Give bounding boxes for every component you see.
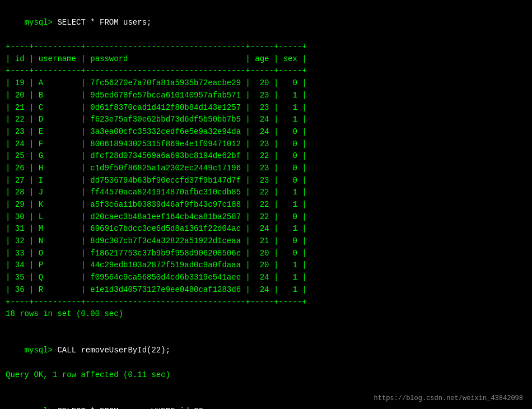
query2-line: mysql> CALL removeUserById(22); bbox=[6, 333, 526, 369]
query2-text: CALL removeUserById(22); bbox=[57, 346, 170, 355]
table-row: | 29 | K | a5f3c6a11b03839d46af9fb43c97c… bbox=[6, 199, 526, 211]
separator-bot: +----+----------+-----------------------… bbox=[6, 296, 526, 309]
table-row: | 34 | P | 44c29edb103a2872f519ad0c9a0fd… bbox=[6, 259, 526, 272]
table-row: | 35 | Q | f09564c9ca56850d4cd6b3319e541… bbox=[6, 272, 526, 284]
table-row: | 19 | A | 7fc56270e7a70fa81a5935b72eacb… bbox=[6, 77, 526, 90]
query2-result: Query OK, 1 row affected (0.11 sec) bbox=[6, 369, 526, 382]
table-row: | 31 | M | 69691c7bdcc3ce6d5d8a1361f22d0… bbox=[6, 223, 526, 235]
table-row: | 36 | R | e1e1d3d40573127e9ee0480caf128… bbox=[6, 284, 526, 296]
table-row: | 32 | N | 8d9c307cb7f3c4a32822a51922d1c… bbox=[6, 235, 526, 248]
table-row: | 28 | J | ff44570aca8241914870afbc310cd… bbox=[6, 187, 526, 199]
table-row: | 27 | I | dd7536794b63bf90eccfd37f9b147… bbox=[6, 175, 526, 187]
table-row: | 23 | E | 3a3ea00cfc35332cedf6e5e9a32e9… bbox=[6, 126, 526, 138]
terminal-window: mysql> SELECT * FROM users; +----+------… bbox=[6, 4, 526, 405]
prompt3: mysql> bbox=[25, 407, 58, 409]
blank2 bbox=[6, 381, 526, 393]
table-row: | 33 | O | f186217753c37b9b9f958d9062085… bbox=[6, 248, 526, 260]
table-row: | 30 | L | d20caec3b48a1eef164cb4ca81ba2… bbox=[6, 211, 526, 224]
table-body: | 19 | A | 7fc56270e7a70fa81a5935b72eacb… bbox=[6, 77, 526, 296]
table-row: | 25 | G | dfcf28d0734569a6a693bc8194de6… bbox=[6, 150, 526, 162]
table-row: | 24 | F | 800618943025315f869e4e1f09471… bbox=[6, 138, 526, 151]
watermark: https://blog.csdn.net/weixin_43842098 bbox=[374, 394, 523, 402]
table-row: | 22 | D | f623e75af30e62bbd73d6df5b50bb… bbox=[6, 114, 526, 126]
rows-info: 18 rows in set (0.00 sec) bbox=[6, 308, 526, 320]
table-row: | 21 | C | 0d61f8370cad1d412f80b84d143e1… bbox=[6, 102, 526, 114]
table-header: | id | username | password | age | sex | bbox=[6, 53, 526, 66]
table-row: | 26 | H | c1d9f50f86825a1a2302ec2449c17… bbox=[6, 162, 526, 175]
separator-mid: +----+----------+-----------------------… bbox=[6, 65, 526, 77]
prompt2: mysql> bbox=[25, 346, 58, 355]
prompt1: mysql> bbox=[25, 18, 58, 27]
query3-text: SELECT * FROM users WHERE id=22; bbox=[57, 407, 208, 409]
separator-top: +----+----------+-----------------------… bbox=[6, 41, 526, 53]
query1-line: mysql> SELECT * FROM users; bbox=[6, 4, 526, 41]
query1-text: SELECT * FROM users; bbox=[57, 18, 151, 27]
blank1 bbox=[6, 320, 526, 333]
table-row: | 20 | B | 9d5ed678fe57bcca610140957afab… bbox=[6, 90, 526, 102]
